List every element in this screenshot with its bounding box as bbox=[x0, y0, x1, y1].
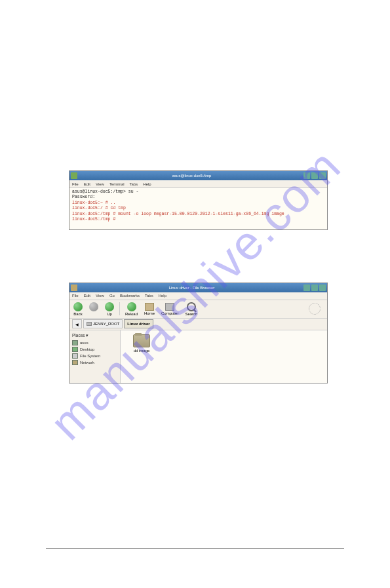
home-button[interactable]: Home bbox=[143, 302, 156, 316]
menu-file[interactable]: File bbox=[72, 182, 79, 186]
sidebar-item-label: Desktop bbox=[80, 347, 94, 351]
file-browser-content[interactable]: dd image bbox=[121, 330, 327, 383]
computer-icon bbox=[165, 303, 174, 311]
window-controls bbox=[303, 284, 326, 291]
folder-app-icon bbox=[71, 284, 77, 291]
folder-dd-image[interactable]: dd image bbox=[126, 334, 157, 353]
menu-view[interactable]: View bbox=[96, 182, 104, 186]
back-icon bbox=[73, 302, 83, 311]
terminal-line: asus@linux-doc5:/tmp> su - bbox=[72, 189, 324, 195]
document-content: asus@linux-doc5:/tmp File Edit View Term… bbox=[69, 170, 328, 383]
menu-file[interactable]: File bbox=[72, 294, 79, 298]
terminal-line: linux-doc5:/tmp # bbox=[72, 217, 324, 222]
search-button[interactable]: Search bbox=[184, 302, 199, 317]
menu-tabs[interactable]: Tabs bbox=[145, 294, 153, 298]
terminal-line: linux-doc5:/ # cd tmp bbox=[72, 206, 324, 211]
terminal-window: asus@linux-doc5:/tmp File Edit View Term… bbox=[69, 170, 328, 230]
sidebar-item-label: asus bbox=[80, 341, 88, 345]
reload-button[interactable]: Reload bbox=[124, 302, 139, 317]
file-browser-titlebar: Linux driver - File Browser bbox=[69, 283, 327, 292]
terminal-line: linux-doc5:/tmp # mount -o loop megasr-1… bbox=[72, 212, 324, 217]
file-browser-toolbar: Back Up Reload Home bbox=[69, 300, 327, 319]
sidebar-item-desktop[interactable]: Desktop bbox=[71, 346, 119, 353]
path-back-button[interactable]: ◀ bbox=[72, 319, 82, 328]
reload-icon bbox=[127, 302, 136, 311]
sidebar-item-label: Network bbox=[80, 361, 94, 364]
terminal-line: linux-doc5:~ # .. bbox=[72, 201, 324, 206]
home-icon bbox=[145, 303, 154, 311]
up-label: Up bbox=[107, 312, 112, 316]
file-browser-main: Places ▾ asus Desktop File System Networ… bbox=[69, 330, 327, 383]
forward-button[interactable] bbox=[88, 302, 100, 317]
maximize-icon[interactable] bbox=[311, 172, 318, 179]
terminal-line: Password: bbox=[72, 195, 324, 200]
path-segment-current[interactable]: Linux driver bbox=[124, 319, 153, 328]
back-button[interactable]: Back bbox=[72, 302, 84, 317]
file-browser-window: Linux driver - File Browser File Edit Vi… bbox=[69, 283, 328, 383]
path-root-label: JENNY_ROOT bbox=[93, 322, 119, 326]
menu-terminal[interactable]: Terminal bbox=[109, 182, 125, 186]
close-icon[interactable] bbox=[319, 284, 326, 291]
window-controls bbox=[303, 172, 326, 179]
back-label: Back bbox=[73, 312, 82, 316]
folder-icon bbox=[133, 334, 150, 347]
folder-label: dd image bbox=[134, 349, 150, 353]
menu-view[interactable]: View bbox=[96, 294, 104, 298]
sidebar-item-filesystem[interactable]: File System bbox=[71, 353, 119, 359]
desktop-icon bbox=[72, 347, 78, 352]
terminal-output: asus@linux-doc5:/tmp> su - Password: lin… bbox=[69, 188, 327, 229]
network-icon bbox=[72, 360, 78, 365]
path-bar: ◀ JENNY_ROOT Linux driver bbox=[69, 319, 327, 330]
home-folder-icon bbox=[72, 340, 78, 345]
terminal-app-icon bbox=[71, 172, 77, 179]
forward-label bbox=[93, 312, 94, 316]
page-footer-divider bbox=[46, 548, 344, 549]
maximize-icon[interactable] bbox=[311, 284, 318, 291]
terminal-menubar: File Edit View Terminal Tabs Help bbox=[69, 180, 327, 188]
forward-icon bbox=[89, 302, 98, 311]
menu-go[interactable]: Go bbox=[109, 294, 115, 298]
sidebar-item-asus[interactable]: asus bbox=[71, 340, 119, 346]
home-label: Home bbox=[144, 311, 155, 315]
toolbar-divider bbox=[119, 302, 120, 315]
menu-help[interactable]: Help bbox=[159, 294, 166, 298]
up-icon bbox=[105, 302, 114, 311]
menu-help[interactable]: Help bbox=[143, 182, 151, 186]
file-browser-title: Linux driver - File Browser bbox=[80, 286, 303, 290]
up-button[interactable]: Up bbox=[104, 302, 115, 317]
path-segment-root[interactable]: JENNY_ROOT bbox=[83, 319, 123, 328]
places-header[interactable]: Places ▾ bbox=[71, 332, 119, 340]
computer-button[interactable]: Computer bbox=[160, 302, 180, 316]
sidebar-item-label: File System bbox=[80, 354, 100, 358]
menu-edit[interactable]: Edit bbox=[84, 294, 90, 298]
filesystem-icon bbox=[72, 353, 78, 359]
menu-tabs[interactable]: Tabs bbox=[130, 182, 138, 186]
search-label: Search bbox=[185, 312, 197, 316]
drive-icon bbox=[87, 322, 92, 326]
minimize-icon[interactable] bbox=[303, 172, 310, 179]
terminal-titlebar: asus@linux-doc5:/tmp bbox=[69, 171, 327, 180]
terminal-title: asus@linux-doc5:/tmp bbox=[80, 174, 303, 178]
throbber-icon bbox=[309, 303, 321, 315]
minimize-icon[interactable] bbox=[303, 284, 310, 291]
places-sidebar: Places ▾ asus Desktop File System Networ… bbox=[69, 330, 121, 383]
computer-label: Computer bbox=[161, 311, 178, 315]
reload-label: Reload bbox=[125, 312, 138, 316]
menu-edit[interactable]: Edit bbox=[84, 182, 90, 186]
file-browser-menubar: File Edit View Go Bookmarks Tabs Help bbox=[69, 292, 327, 300]
sidebar-item-network[interactable]: Network bbox=[71, 359, 119, 366]
close-icon[interactable] bbox=[319, 172, 326, 179]
menu-bookmarks[interactable]: Bookmarks bbox=[120, 294, 140, 298]
search-icon bbox=[187, 302, 196, 311]
